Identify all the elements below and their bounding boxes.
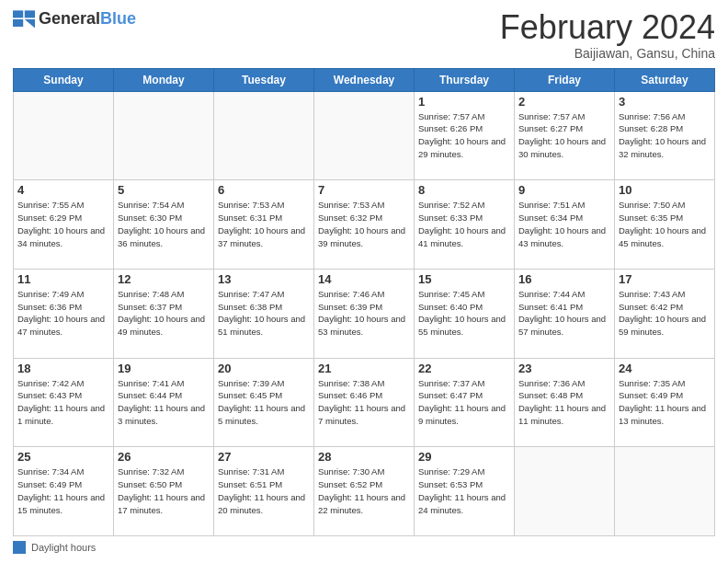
day-info: Sunrise: 7:41 AM Sunset: 6:44 PM Dayligh…: [118, 377, 210, 428]
day-number: 1: [418, 95, 510, 109]
day-number: 24: [619, 362, 711, 375]
calendar-cell: 9Sunrise: 7:51 AM Sunset: 6:34 PM Daylig…: [515, 180, 615, 270]
logo-icon: [13, 10, 35, 29]
day-info: Sunrise: 7:37 AM Sunset: 6:47 PM Dayligh…: [418, 377, 510, 428]
svg-rect-0: [13, 10, 23, 17]
logo-general: General: [39, 9, 100, 28]
day-info: Sunrise: 7:56 AM Sunset: 6:28 PM Dayligh…: [619, 110, 711, 161]
day-number: 5: [118, 183, 210, 197]
calendar-cell: 11Sunrise: 7:49 AM Sunset: 6:36 PM Dayli…: [14, 269, 114, 358]
day-number: 3: [619, 95, 711, 109]
day-number: 21: [318, 362, 410, 375]
location: Baijiawan, Gansu, China: [500, 46, 715, 61]
calendar-cell: 5Sunrise: 7:54 AM Sunset: 6:30 PM Daylig…: [114, 180, 214, 270]
calendar-cell: 27Sunrise: 7:31 AM Sunset: 6:51 PM Dayli…: [214, 447, 314, 536]
day-info: Sunrise: 7:49 AM Sunset: 6:36 PM Dayligh…: [17, 288, 109, 339]
day-header: Wednesday: [314, 68, 415, 91]
logo: GeneralBlue: [13, 9, 136, 29]
calendar-cell: 23Sunrise: 7:36 AM Sunset: 6:48 PM Dayli…: [515, 358, 615, 447]
day-info: Sunrise: 7:42 AM Sunset: 6:43 PM Dayligh…: [17, 377, 109, 428]
page-container: GeneralBlue February 2024 Baijiawan, Gan…: [0, 0, 728, 563]
day-number: 6: [218, 183, 310, 197]
calendar-cell: 1Sunrise: 7:57 AM Sunset: 6:26 PM Daylig…: [415, 91, 515, 180]
day-info: Sunrise: 7:45 AM Sunset: 6:40 PM Dayligh…: [418, 288, 510, 339]
calendar-cell: 4Sunrise: 7:55 AM Sunset: 6:29 PM Daylig…: [14, 180, 114, 270]
day-info: Sunrise: 7:34 AM Sunset: 6:49 PM Dayligh…: [17, 465, 109, 516]
day-info: Sunrise: 7:47 AM Sunset: 6:38 PM Dayligh…: [218, 288, 310, 339]
header: GeneralBlue February 2024 Baijiawan, Gan…: [13, 9, 715, 61]
day-number: 8: [418, 183, 510, 197]
calendar-cell: 19Sunrise: 7:41 AM Sunset: 6:44 PM Dayli…: [114, 358, 214, 447]
day-number: 16: [518, 272, 610, 286]
day-number: 2: [518, 95, 610, 109]
day-info: Sunrise: 7:36 AM Sunset: 6:48 PM Dayligh…: [518, 377, 610, 428]
calendar-cell: 29Sunrise: 7:29 AM Sunset: 6:53 PM Dayli…: [415, 447, 515, 536]
calendar-cell: 25Sunrise: 7:34 AM Sunset: 6:49 PM Dayli…: [14, 447, 114, 536]
day-number: 17: [619, 272, 711, 286]
calendar-week-row: 25Sunrise: 7:34 AM Sunset: 6:49 PM Dayli…: [14, 447, 715, 536]
calendar-cell: 20Sunrise: 7:39 AM Sunset: 6:45 PM Dayli…: [214, 358, 314, 447]
svg-marker-3: [25, 19, 35, 29]
day-info: Sunrise: 7:44 AM Sunset: 6:41 PM Dayligh…: [518, 288, 610, 339]
day-header: Monday: [114, 68, 214, 91]
calendar-week-row: 11Sunrise: 7:49 AM Sunset: 6:36 PM Dayli…: [14, 269, 715, 358]
month-title: February 2024: [500, 9, 715, 46]
calendar-cell: 15Sunrise: 7:45 AM Sunset: 6:40 PM Dayli…: [415, 269, 515, 358]
calendar-cell: 17Sunrise: 7:43 AM Sunset: 6:42 PM Dayli…: [615, 269, 715, 358]
calendar-cell: 28Sunrise: 7:30 AM Sunset: 6:52 PM Dayli…: [314, 447, 415, 536]
day-info: Sunrise: 7:43 AM Sunset: 6:42 PM Dayligh…: [619, 288, 711, 339]
day-number: 28: [318, 450, 410, 464]
calendar-cell: 16Sunrise: 7:44 AM Sunset: 6:41 PM Dayli…: [515, 269, 615, 358]
day-number: 7: [318, 183, 410, 197]
day-info: Sunrise: 7:57 AM Sunset: 6:26 PM Dayligh…: [418, 110, 510, 161]
calendar-cell: [615, 447, 715, 536]
calendar-cell: 26Sunrise: 7:32 AM Sunset: 6:50 PM Dayli…: [114, 447, 214, 536]
day-info: Sunrise: 7:57 AM Sunset: 6:27 PM Dayligh…: [518, 110, 610, 161]
day-number: 12: [118, 272, 210, 286]
calendar-cell: [515, 447, 615, 536]
calendar-cell: 18Sunrise: 7:42 AM Sunset: 6:43 PM Dayli…: [14, 358, 114, 447]
day-number: 9: [518, 183, 610, 197]
calendar-cell: 13Sunrise: 7:47 AM Sunset: 6:38 PM Dayli…: [214, 269, 314, 358]
day-info: Sunrise: 7:32 AM Sunset: 6:50 PM Dayligh…: [118, 465, 210, 516]
day-info: Sunrise: 7:39 AM Sunset: 6:45 PM Dayligh…: [218, 377, 310, 428]
day-info: Sunrise: 7:29 AM Sunset: 6:53 PM Dayligh…: [418, 465, 510, 516]
calendar-week-row: 4Sunrise: 7:55 AM Sunset: 6:29 PM Daylig…: [14, 180, 715, 270]
legend: Daylight hours: [13, 541, 715, 554]
day-header: Tuesday: [214, 68, 314, 91]
day-info: Sunrise: 7:52 AM Sunset: 6:33 PM Dayligh…: [418, 199, 510, 249]
day-info: Sunrise: 7:31 AM Sunset: 6:51 PM Dayligh…: [218, 465, 310, 516]
day-header: Friday: [515, 68, 615, 91]
calendar-week-row: 18Sunrise: 7:42 AM Sunset: 6:43 PM Dayli…: [14, 358, 715, 447]
day-number: 23: [518, 362, 610, 375]
day-info: Sunrise: 7:50 AM Sunset: 6:35 PM Dayligh…: [619, 199, 711, 249]
day-number: 4: [17, 183, 109, 197]
day-info: Sunrise: 7:53 AM Sunset: 6:31 PM Dayligh…: [218, 199, 310, 249]
calendar-cell: 24Sunrise: 7:35 AM Sunset: 6:49 PM Dayli…: [615, 358, 715, 447]
day-info: Sunrise: 7:46 AM Sunset: 6:39 PM Dayligh…: [318, 288, 410, 339]
day-header: Saturday: [615, 68, 715, 91]
day-number: 22: [418, 362, 510, 375]
day-number: 13: [218, 272, 310, 286]
day-number: 18: [17, 362, 109, 375]
legend-box: [13, 541, 26, 554]
day-number: 27: [218, 450, 310, 464]
calendar-cell: 8Sunrise: 7:52 AM Sunset: 6:33 PM Daylig…: [415, 180, 515, 270]
calendar-cell: 6Sunrise: 7:53 AM Sunset: 6:31 PM Daylig…: [214, 180, 314, 270]
day-number: 10: [619, 183, 711, 197]
svg-rect-2: [25, 10, 35, 17]
day-info: Sunrise: 7:35 AM Sunset: 6:49 PM Dayligh…: [619, 377, 711, 428]
svg-rect-1: [13, 19, 23, 27]
legend-label: Daylight hours: [31, 542, 96, 553]
day-info: Sunrise: 7:48 AM Sunset: 6:37 PM Dayligh…: [118, 288, 210, 339]
day-number: 29: [418, 450, 510, 464]
day-info: Sunrise: 7:30 AM Sunset: 6:52 PM Dayligh…: [318, 465, 410, 516]
calendar-cell: 22Sunrise: 7:37 AM Sunset: 6:47 PM Dayli…: [415, 358, 515, 447]
day-info: Sunrise: 7:53 AM Sunset: 6:32 PM Dayligh…: [318, 199, 410, 249]
calendar-table: SundayMondayTuesdayWednesdayThursdayFrid…: [13, 68, 715, 536]
calendar-cell: [314, 91, 415, 180]
calendar-cell: [114, 91, 214, 180]
day-number: 25: [17, 450, 109, 464]
day-number: 19: [118, 362, 210, 375]
calendar-week-row: 1Sunrise: 7:57 AM Sunset: 6:26 PM Daylig…: [14, 91, 715, 180]
